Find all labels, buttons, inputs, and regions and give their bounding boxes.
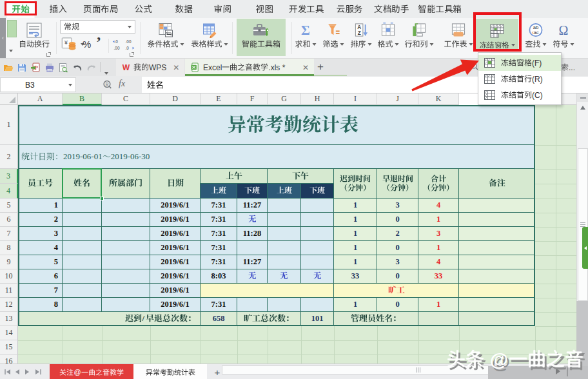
menu-item-2[interactable]: (R): [478, 71, 561, 87]
ribbon-button-table-style[interactable]: [191, 18, 228, 58]
cell-K12[interactable]: 1: [418, 298, 459, 312]
cell-J6[interactable]: 0: [377, 213, 418, 227]
cell-C7[interactable]: [102, 227, 150, 241]
cell-G12[interactable]: [268, 298, 301, 312]
cell-K10[interactable]: 33: [418, 269, 459, 284]
document-tab-wps[interactable]: W WPS ✕: [116, 59, 184, 76]
header-total[interactable]: [418, 169, 459, 199]
nav-next-icon[interactable]: [24, 369, 30, 375]
cell-C6[interactable]: [102, 213, 150, 227]
cell-A12[interactable]: 8: [18, 298, 63, 312]
scroll-up-icon[interactable]: [577, 102, 588, 113]
nav-last-icon[interactable]: [35, 369, 42, 375]
cell-K5[interactable]: 4: [418, 199, 459, 213]
menu-tab-9[interactable]: [331, 0, 368, 18]
menu-tab-4[interactable]: [130, 0, 157, 18]
open-folder-icon[interactable]: [3, 62, 14, 73]
table-title[interactable]: [18, 105, 535, 145]
ribbon-button-worksheet[interactable]: [444, 18, 473, 58]
cell-B11[interactable]: [63, 284, 102, 298]
cell-G10[interactable]: [268, 269, 301, 284]
sheet-tab-2[interactable]: [133, 364, 207, 379]
cell-E7[interactable]: 7:31: [201, 227, 237, 241]
cell-F5[interactable]: 11:27: [237, 199, 268, 213]
new-document-tab-button[interactable]: +: [317, 61, 324, 73]
cell-I7[interactable]: 1: [334, 227, 377, 241]
cell-G9[interactable]: [268, 255, 301, 269]
cell-A9[interactable]: 5: [18, 255, 63, 269]
menu-tab-11[interactable]: [413, 0, 467, 18]
cell-F7[interactable]: 11:28: [237, 227, 268, 241]
menu-item-3[interactable]: (C): [478, 87, 561, 103]
selection-fill-handle[interactable]: [100, 197, 104, 200]
cell-K6[interactable]: 1: [418, 213, 459, 227]
wrap-text-button[interactable]: [19, 18, 50, 58]
cell-H9[interactable]: [301, 255, 334, 269]
cell-G8[interactable]: [268, 241, 301, 255]
cell-D6[interactable]: 2019/6/1: [150, 213, 201, 227]
header-am-in[interactable]: [201, 184, 237, 199]
close-tab-icon[interactable]: ✕: [302, 63, 309, 72]
print-icon[interactable]: [44, 62, 55, 73]
menu-tab-3[interactable]: [78, 0, 123, 18]
insert-function-icon[interactable]: R: [102, 79, 113, 90]
save-icon[interactable]: [16, 62, 27, 73]
collapse-panel-handle[interactable]: ‹: [0, 18, 6, 58]
cell-G5[interactable]: [268, 199, 301, 213]
cell-absent[interactable]: [334, 284, 459, 298]
cell-B9[interactable]: [63, 255, 102, 269]
cell-L13[interactable]: [459, 312, 535, 326]
summary-admin-label[interactable]: [334, 312, 418, 326]
cell-L8[interactable]: [459, 241, 535, 255]
cell-A5[interactable]: 1: [18, 199, 63, 213]
cell-E8[interactable]: 7:31: [201, 241, 237, 255]
cell-D12[interactable]: 2019/6/1: [150, 298, 201, 312]
sheet-tab-1[interactable]: @: [50, 364, 133, 379]
dialog-launcher-icon[interactable]: [130, 52, 134, 57]
smart-toolbox-button[interactable]: [242, 18, 280, 58]
decrease-decimal-button[interactable]: .00.0: [122, 38, 137, 52]
cell-F8[interactable]: [237, 241, 268, 255]
cell-J8[interactable]: 0: [377, 241, 418, 255]
cell-C12[interactable]: [102, 298, 150, 312]
side-panel-handle[interactable]: [582, 227, 588, 269]
cell-H12[interactable]: [301, 298, 334, 312]
cell-B12[interactable]: [63, 298, 102, 312]
cell-A8[interactable]: 4: [18, 241, 63, 255]
name-box[interactable]: B3: [0, 77, 76, 92]
fx-label[interactable]: fx: [119, 79, 125, 89]
cell-B7[interactable]: [63, 227, 102, 241]
cell-B10[interactable]: [63, 269, 102, 284]
header-early[interactable]: [377, 169, 418, 199]
summary-late-value[interactable]: 658: [201, 312, 237, 326]
menu-item-1[interactable]: (F): [478, 55, 561, 71]
cell-L7[interactable]: [459, 227, 535, 241]
cell-A7[interactable]: 3: [18, 227, 63, 241]
comma-format-button[interactable]: ’: [96, 34, 101, 51]
cell-L12[interactable]: [459, 298, 535, 312]
header-dept[interactable]: [102, 169, 150, 199]
cell-B5[interactable]: [63, 199, 102, 213]
close-tab-icon[interactable]: ✕: [173, 63, 179, 72]
document-tab-excel[interactable]: Excel.xls * ✕: [185, 59, 314, 76]
cell-H5[interactable]: [301, 199, 334, 213]
export-pdf-icon[interactable]: P: [30, 62, 41, 73]
cell-D5[interactable]: 2019/6/1: [150, 199, 201, 213]
cell-K13[interactable]: [418, 312, 459, 326]
menu-tab-8[interactable]: [284, 0, 329, 18]
ribbon-button-filter[interactable]: [323, 18, 344, 58]
currency-format-button[interactable]: ¥: [61, 37, 84, 51]
cell-E6[interactable]: 7:31: [201, 213, 237, 227]
split-handle[interactable]: [577, 93, 588, 102]
cell-D10[interactable]: 2019/6/1: [150, 269, 201, 284]
cell-L9[interactable]: [459, 255, 535, 269]
cell-K8[interactable]: 1: [418, 241, 459, 255]
summary-absent-value[interactable]: 101: [301, 312, 334, 326]
cell-E10[interactable]: 8:03: [201, 269, 237, 284]
cell-G6[interactable]: [268, 213, 301, 227]
menu-tab-5[interactable]: [170, 0, 198, 18]
cell-L11[interactable]: [459, 284, 535, 298]
ribbon-button-sort[interactable]: AZ: [351, 18, 372, 58]
header-pm-out[interactable]: [301, 184, 334, 199]
cell-J9[interactable]: 3: [377, 255, 418, 269]
